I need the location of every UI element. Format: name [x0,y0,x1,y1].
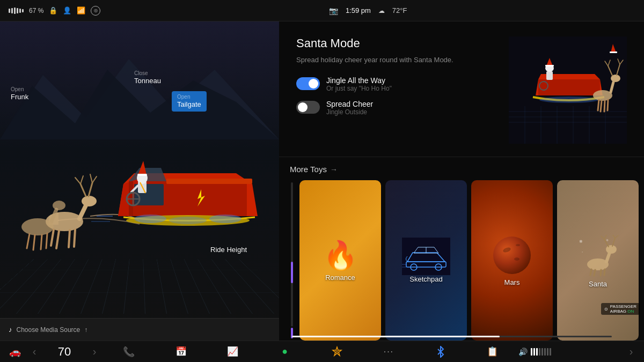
nav-calendar[interactable]: 📅 [155,341,207,362]
svg-line-18 [41,235,42,249]
calendar-icon: 📅 [175,346,187,357]
svg-line-92 [590,269,591,275]
cheer-label-sub: Jingle Outside [326,108,373,116]
toys-container: 🔥 Romance [279,180,644,341]
svg-line-12 [89,183,92,196]
media-bar[interactable]: ♪ Choose Media Source ↑ [0,318,279,341]
sleigh-scene [0,54,279,314]
svg-line-95 [604,269,605,275]
car-icon: 🚗 [9,346,21,358]
nav-chart[interactable]: 📈 [207,341,259,362]
svg-text:❄: ❄ [606,239,609,242]
romance-emoji: 🔥 [323,241,358,269]
svg-line-16 [27,234,30,248]
toys-slider[interactable] [284,180,299,341]
nav-car[interactable]: 🚗 [4,341,26,362]
nav-forward[interactable]: › [86,341,103,362]
dots-icon: ··· [384,347,394,357]
svg-point-40 [169,217,207,224]
nav-more[interactable]: ··· [363,341,415,362]
nav-speed-display: 70 [43,341,86,362]
back-arrow-icon: ‹ [33,345,36,358]
more-toys-header[interactable]: More Toys → [279,165,644,180]
svg-line-93 [594,270,595,276]
svg-line-9 [80,184,86,196]
nav-volume[interactable]: 🔊 [518,341,623,362]
wifi-icon: 📶 [77,6,85,14]
svg-line-103 [615,235,618,238]
cheer-label-title: Spread Cheer [326,100,373,108]
toy-card-sketchpad[interactable]: Sketchpad [385,180,467,341]
battery-indicator [9,8,24,14]
cheer-toggle-label: Spread Cheer Jingle Outside [326,100,373,116]
status-time: 1:59 pm [346,6,371,14]
svg-line-6 [74,230,75,247]
svg-rect-27 [166,179,252,184]
nav-spotify[interactable]: ● [259,341,311,362]
more-toys-title: More Toys [290,165,327,174]
more-toys-arrow: → [330,165,338,174]
svg-rect-77 [610,51,617,53]
right-3d-scene [509,36,627,146]
bluetooth-icon [436,346,445,358]
user-icon: 👤 [63,6,71,14]
notes-icon: 📋 [487,346,498,357]
cheer-toggle[interactable] [296,101,320,114]
mars-planet [493,237,531,274]
star-icon [331,346,343,358]
svg-line-96 [606,253,610,262]
svg-line-19 [46,233,47,248]
right-chevron-icon: › [630,345,633,358]
toy-card-mars[interactable]: Mars [471,180,553,341]
nav-notes[interactable]: 📋 [467,341,519,362]
svg-line-11 [80,176,83,184]
camera-icon: 📷 [329,6,338,15]
svg-point-63 [593,90,612,101]
forward-arrow-icon: › [93,345,97,358]
chart-icon: 📈 [227,346,238,357]
nav-back[interactable]: ‹ [26,341,43,362]
nav-star[interactable] [311,341,363,362]
media-source-arrow: ↑ [84,326,87,334]
svg-point-62 [539,97,598,103]
cheer-toggle-row: Spread Cheer Jingle Outside [296,100,496,116]
nav-right-chevron[interactable]: › [623,341,640,362]
nav-bar: 🚗 ‹ 70 › 📞 📅 📈 ● ··· [0,341,644,362]
svg-line-5 [69,230,70,247]
svg-line-14 [92,176,97,183]
svg-point-15 [21,218,54,235]
media-music-icon: ♪ [9,326,12,334]
svg-text:*: * [582,251,583,254]
svg-point-41 [209,215,241,223]
santa-preview: ❄ ❄ * * [576,235,619,278]
svg-point-105 [335,350,339,353]
svg-line-99 [601,236,604,239]
sketchpad-label: Sketchpad [409,275,442,283]
nav-bluetooth[interactable] [415,341,467,362]
media-source-text[interactable]: Choose Media Source [17,326,80,334]
phone-icon: 📞 [123,346,135,358]
svg-rect-60 [545,65,554,67]
spotify-icon: ● [282,346,288,357]
svg-line-4 [56,231,59,248]
svg-point-39 [134,215,166,223]
slider-track [291,182,293,327]
svg-point-21 [53,201,65,210]
toy-card-santa[interactable]: ❄ ❄ * * [557,180,639,341]
santa-mode-description: Spread holiday cheer year round with San… [296,55,496,65]
sketchpad-preview [402,238,450,275]
svg-text:❄: ❄ [579,239,583,244]
more-toys-section: More Toys → 🔥 Romance [279,157,644,341]
svg-line-3 [51,230,54,246]
jingle-toggle-label: Jingle All the Way Or just say "Ho Ho Ho… [326,76,392,92]
svg-line-94 [601,270,601,276]
svg-point-97 [606,245,617,254]
right-panel: Santa Mode Spread holiday cheer year rou… [279,21,644,341]
status-weather: 72°F [392,6,407,14]
svg-line-65 [601,101,602,112]
status-bar: 67 % 🔒 👤 📶 ◎ 📷 1:59 pm ☁ 72°F [0,0,644,21]
svg-marker-24 [129,168,166,181]
nav-phone[interactable]: 📞 [103,341,155,362]
toy-card-romance[interactable]: 🔥 Romance [299,180,381,341]
jingle-toggle[interactable] [296,77,320,90]
